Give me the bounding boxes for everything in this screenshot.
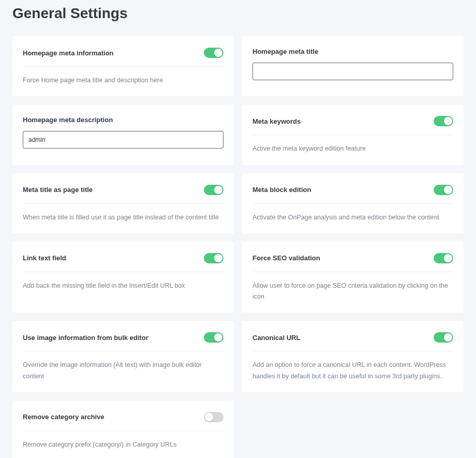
toggle-use-image-info-bulk[interactable]	[204, 332, 224, 343]
card-title: Meta keywords	[252, 117, 301, 125]
card-title: Canonical URL	[252, 334, 300, 342]
card-desc: Allow user to force on page SEO criteria…	[252, 280, 453, 303]
card-title: Meta title as page title	[23, 186, 93, 194]
card-link-text-field: Link text field Add back the missing tit…	[12, 242, 234, 313]
card-desc: Add back the missing title field in the …	[23, 280, 224, 291]
settings-grid: Homepage meta information Force Home pag…	[12, 36, 464, 458]
card-desc: Activate the OnPage analysis and meta ed…	[252, 212, 453, 223]
card-title: Homepage meta information	[23, 49, 114, 57]
homepage-meta-title-input[interactable]	[252, 63, 453, 80]
card-homepage-meta-desc: Homepage meta description	[12, 105, 234, 165]
toggle-canonical-url[interactable]	[434, 332, 453, 343]
toggle-link-text-field[interactable]	[204, 253, 224, 263]
card-title: Use image information from bulk editor	[23, 334, 148, 342]
card-meta-keywords: Meta keywords Active the meta keyword ed…	[242, 105, 464, 165]
card-title: Link text field	[23, 254, 66, 262]
card-meta-title-as-page-title: Meta title as page title When meta title…	[12, 173, 234, 233]
card-title: Homepage meta title	[252, 48, 318, 55]
card-desc: Override the image information (Alt text…	[23, 360, 224, 382]
card-title: Homepage meta description	[23, 116, 113, 124]
card-desc: Active the meta keyword edition feature	[252, 143, 453, 154]
card-use-image-info-bulk: Use image information from bulk editor O…	[12, 321, 234, 392]
toggle-meta-keywords[interactable]	[434, 116, 453, 126]
card-force-seo-validation: Force SEO validation Allow user to force…	[242, 242, 464, 313]
toggle-meta-title-as-page-title[interactable]	[204, 185, 224, 195]
card-title: Force SEO validation	[252, 254, 320, 262]
card-desc: When meta title is filled use it as page…	[23, 212, 224, 223]
card-homepage-meta-title: Homepage meta title	[242, 36, 464, 96]
toggle-remove-category-archive[interactable]	[204, 412, 224, 422]
card-meta-block-edition: Meta block edition Activate the OnPage a…	[242, 173, 464, 233]
toggle-homepage-meta-info[interactable]	[204, 48, 224, 58]
card-remove-category-archive: Remove category archive Remove category …	[12, 401, 234, 458]
page-title: General Settings	[12, 5, 464, 22]
card-homepage-meta-info: Homepage meta information Force Home pag…	[12, 36, 234, 96]
card-desc: Force Home page meta title and descripti…	[23, 75, 224, 86]
homepage-meta-desc-input[interactable]	[23, 131, 224, 149]
toggle-force-seo-validation[interactable]	[434, 253, 453, 263]
toggle-meta-block-edition[interactable]	[434, 185, 453, 195]
card-title: Remove category archive	[23, 413, 105, 421]
card-title: Meta block edition	[252, 186, 311, 194]
card-desc: Add an option to force a canonical URL i…	[252, 360, 453, 382]
card-desc: Remove category prefix (category/) in Ca…	[23, 439, 224, 450]
card-canonical-url: Canonical URL Add an option to force a c…	[242, 321, 464, 392]
